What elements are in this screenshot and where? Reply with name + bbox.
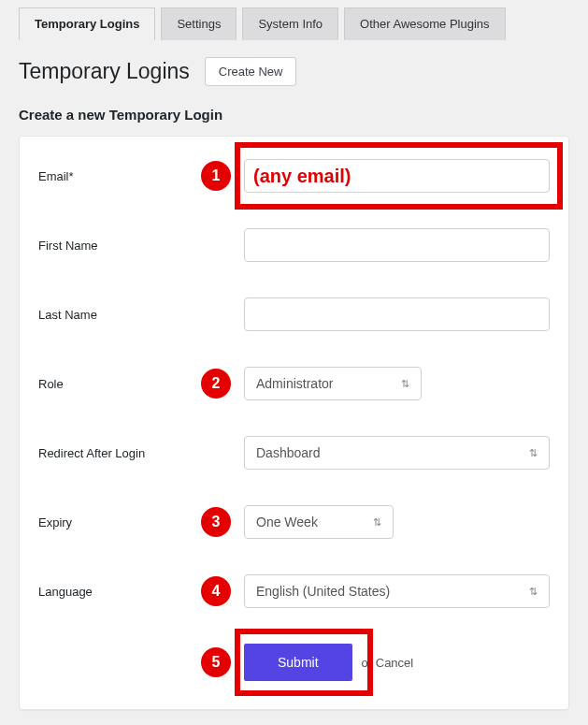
last-name-field[interactable] <box>244 297 550 331</box>
callout-1: 1 <box>201 161 231 191</box>
callout-5: 5 <box>201 647 231 677</box>
expiry-select[interactable]: One Week ⇅ <box>244 505 394 539</box>
role-label: Role <box>38 377 64 391</box>
create-new-button[interactable]: Create New <box>205 57 297 86</box>
role-value: Administrator <box>256 376 333 391</box>
form-card: Email* 1 (any email) First Name Last Nam… <box>19 136 569 710</box>
redirect-select[interactable]: Dashboard ⇅ <box>244 436 550 470</box>
tab-other-plugins[interactable]: Other Awesome Plugins <box>344 7 506 40</box>
redirect-value: Dashboard <box>256 445 321 460</box>
tabs-bar: Temporary Logins Settings System Info Ot… <box>0 0 588 40</box>
expiry-value: One Week <box>256 515 318 529</box>
or-text: or <box>362 656 376 670</box>
submit-button[interactable]: Submit <box>244 644 352 681</box>
callout-2: 2 <box>201 369 231 399</box>
first-name-label: First Name <box>38 239 98 253</box>
tab-system-info[interactable]: System Info <box>242 7 338 40</box>
chevron-updown-icon: ⇅ <box>529 448 538 458</box>
last-name-label: Last Name <box>38 308 97 322</box>
sub-heading: Create a new Temporary Login <box>19 107 569 123</box>
callout-3: 3 <box>201 507 231 537</box>
language-select[interactable]: English (United States) ⇅ <box>244 574 550 608</box>
expiry-label: Expiry <box>38 515 72 529</box>
page-title: Temporary Logins <box>19 59 190 84</box>
role-select[interactable]: Administrator ⇅ <box>244 367 422 400</box>
email-label: Email* <box>38 169 74 183</box>
tab-temporary-logins[interactable]: Temporary Logins <box>19 7 155 40</box>
first-name-field[interactable] <box>244 228 550 262</box>
callout-4: 4 <box>201 576 231 606</box>
tab-settings[interactable]: Settings <box>161 7 237 40</box>
chevron-updown-icon: ⇅ <box>373 517 381 528</box>
or-cancel-text: or Cancel <box>362 656 414 670</box>
chevron-updown-icon: ⇅ <box>529 587 538 597</box>
redirect-label: Redirect After Login <box>38 446 145 460</box>
cancel-link[interactable]: Cancel <box>376 656 413 670</box>
chevron-updown-icon: ⇅ <box>401 379 409 389</box>
language-label: Language <box>38 585 93 599</box>
email-field[interactable] <box>244 159 550 193</box>
language-value: English (United States) <box>256 584 390 599</box>
page-header: Temporary Logins Create New <box>19 57 569 86</box>
